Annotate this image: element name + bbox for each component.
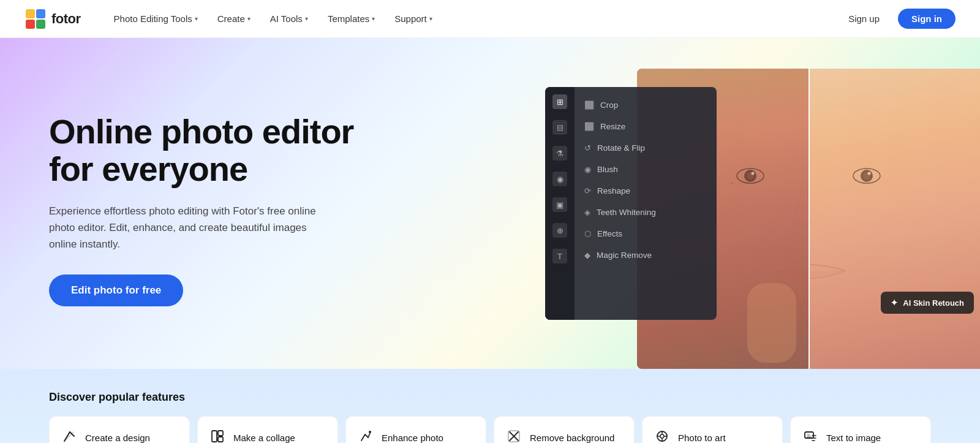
signup-button[interactable]: Sign up [837,9,891,29]
blush-icon: ◉ [584,165,591,174]
feature-card-label: Photo to art [678,433,726,443]
sliders-tool-icon[interactable]: ⊟ [552,120,567,135]
sidebar-tool-icons: ⊞ ⊟ ⚗ ◉ ▣ ⊕ T [545,87,575,320]
nav-item-templates[interactable]: Templates ▾ [319,9,383,29]
feature-card-label: Remove background [530,433,614,443]
feature-card-make-collage[interactable]: Make a collage [197,416,338,443]
feature-card-label: Create a design [85,433,150,443]
nav-actions: Sign up Sign in [837,9,956,29]
feature-card-enhance-photo[interactable]: Enhance photo [345,416,486,443]
logo-text: fotor [51,11,81,27]
remove-background-icon [505,430,522,444]
logo[interactable]: fotor [24,8,81,30]
square-tool-icon[interactable]: ▣ [552,197,567,212]
menu-item-magic-remove[interactable]: ◆ Magic Remove [575,244,717,266]
nav-item-photo-editing-tools[interactable]: Photo Editing Tools ▾ [105,9,206,29]
sidebar-menu: ⬜ Crop ⬜ Resize ↺ Rotate & Flip ◉ Blush [575,87,717,320]
svg-rect-4 [36,20,45,29]
grid-tool-icon[interactable]: ⊞ [552,94,567,109]
signin-button[interactable]: Sign in [898,9,956,29]
hero-section: Online photo editor for everyone Experie… [0,38,980,369]
fotor-logo-icon [24,8,47,30]
edit-photo-button[interactable]: Edit photo for free [49,275,183,306]
crop-icon: ⬜ [584,100,594,110]
menu-item-crop[interactable]: ⬜ Crop [575,94,717,116]
features-title: Discover popular features [49,391,931,404]
features-grid: Create a design Make a collage Enhance p… [49,416,931,443]
features-section: Discover popular features Create a desig… [0,369,980,443]
editor-sidebar: ⊞ ⊟ ⚗ ◉ ▣ ⊕ T ⬜ Crop ⬜ Resize [545,87,717,320]
group-tool-icon[interactable]: ⊕ [552,223,567,238]
editor-mockup: ⊞ ⊟ ⚗ ◉ ▣ ⊕ T ⬜ Crop ⬜ Resize [564,81,980,350]
hero-content: Online photo editor for everyone Experie… [49,113,368,307]
ai-skin-retouch-badge: ✦ AI Skin Retouch [881,292,974,314]
svg-point-27 [660,434,664,438]
hero-description: Experience effortless photo editing with… [49,203,318,253]
menu-item-effects[interactable]: ⬡ Effects [575,223,717,244]
chevron-down-icon: ▾ [195,15,198,22]
menu-item-teeth-whitening[interactable]: ◈ Teeth Whitening [575,202,717,223]
chevron-down-icon: ▾ [429,15,432,22]
resize-icon: ⬜ [584,122,594,131]
nav-links: Photo Editing Tools ▾ Create ▾ AI Tools … [105,9,838,29]
svg-point-24 [369,431,371,433]
effects-icon: ⬡ [584,229,591,238]
feature-card-label: Make a collage [233,433,295,443]
feature-card-remove-background[interactable]: Remove background [494,416,635,443]
nav-item-support[interactable]: Support ▾ [386,9,441,29]
make-collage-icon [209,430,226,444]
ai-badge-icon: ✦ [891,298,898,308]
nav-item-create[interactable]: Create ▾ [209,9,259,29]
feature-card-label: Enhance photo [382,433,443,443]
rotate-icon: ↺ [584,143,591,153]
photo-to-art-icon [654,430,671,444]
svg-rect-3 [26,20,35,29]
flask-tool-icon[interactable]: ⚗ [552,146,567,161]
photo-after [809,69,980,369]
menu-item-blush[interactable]: ◉ Blush [575,159,717,180]
enhance-photo-icon [357,430,374,444]
nav-item-ai-tools[interactable]: AI Tools ▾ [262,9,317,29]
feature-card-text-to-image[interactable]: Text to image [790,416,931,443]
svg-rect-2 [36,9,45,18]
text-to-image-icon [802,430,819,444]
feature-card-photo-to-art[interactable]: Photo to art [642,416,783,443]
text-tool-icon[interactable]: T [552,249,567,263]
menu-item-rotate[interactable]: ↺ Rotate & Flip [575,137,717,159]
navbar: fotor Photo Editing Tools ▾ Create ▾ AI … [0,0,980,38]
create-design-icon [61,430,78,444]
chevron-down-icon: ▾ [372,15,375,22]
reshape-icon: ⟳ [584,186,591,195]
chevron-down-icon: ▾ [305,15,308,22]
svg-rect-21 [212,431,217,442]
menu-item-reshape[interactable]: ⟳ Reshape [575,180,717,202]
teeth-icon: ◈ [584,208,590,217]
hero-title: Online photo editor for everyone [49,113,368,188]
svg-rect-23 [218,437,223,442]
hero-image-area: ⊞ ⊟ ⚗ ◉ ▣ ⊕ T ⬜ Crop ⬜ Resize [564,38,980,369]
svg-rect-22 [218,431,223,436]
split-divider [809,69,810,369]
menu-item-resize[interactable]: ⬜ Resize [575,116,717,137]
eye-tool-icon[interactable]: ◉ [552,172,567,186]
feature-card-create-design[interactable]: Create a design [49,416,190,443]
magic-remove-icon: ◆ [584,251,590,260]
svg-line-19 [70,432,74,436]
feature-card-label: Text to image [826,433,881,443]
chevron-down-icon: ▾ [247,15,251,22]
svg-rect-1 [26,9,35,18]
